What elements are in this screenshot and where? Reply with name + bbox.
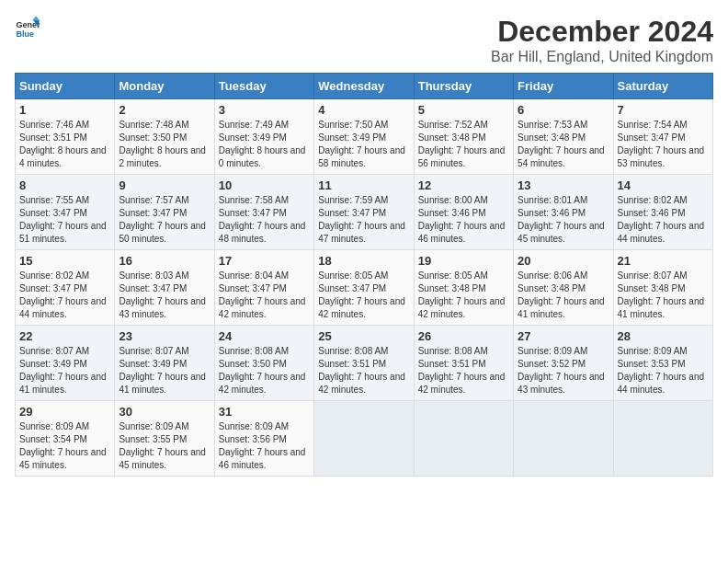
day-detail: Sunrise: 7:48 AMSunset: 3:50 PMDaylight:… <box>119 120 206 168</box>
day-number: 4 <box>318 103 409 117</box>
day-number: 5 <box>418 103 509 117</box>
calendar-cell: 11Sunrise: 7:59 AMSunset: 3:47 PMDayligh… <box>314 175 414 250</box>
day-detail: Sunrise: 8:09 AMSunset: 3:56 PMDaylight:… <box>219 421 306 470</box>
day-number: 17 <box>219 254 310 268</box>
day-number: 6 <box>518 103 609 117</box>
day-detail: Sunrise: 8:03 AMSunset: 3:47 PMDaylight:… <box>119 270 206 319</box>
week-row-5: 29Sunrise: 8:09 AMSunset: 3:54 PMDayligh… <box>16 401 713 477</box>
calendar-cell <box>514 401 613 477</box>
day-detail: Sunrise: 8:01 AMSunset: 3:46 PMDaylight:… <box>518 195 605 244</box>
calendar-cell: 12Sunrise: 8:00 AMSunset: 3:46 PMDayligh… <box>414 175 513 250</box>
calendar-cell: 18Sunrise: 8:05 AMSunset: 3:47 PMDayligh… <box>314 250 414 326</box>
day-number: 18 <box>318 254 409 268</box>
day-detail: Sunrise: 8:09 AMSunset: 3:52 PMDaylight:… <box>518 346 605 395</box>
col-header-wednesday: Wednesday <box>314 74 414 99</box>
day-number: 13 <box>518 178 609 192</box>
day-detail: Sunrise: 8:05 AMSunset: 3:47 PMDaylight:… <box>318 270 405 319</box>
day-number: 24 <box>219 329 310 343</box>
day-number: 30 <box>119 405 210 419</box>
calendar-cell: 27Sunrise: 8:09 AMSunset: 3:52 PMDayligh… <box>514 326 613 401</box>
day-number: 27 <box>518 329 609 343</box>
day-number: 16 <box>119 254 210 268</box>
day-detail: Sunrise: 8:06 AMSunset: 3:48 PMDaylight:… <box>518 270 605 319</box>
day-number: 10 <box>219 178 310 192</box>
day-detail: Sunrise: 8:08 AMSunset: 3:51 PMDaylight:… <box>318 346 405 395</box>
calendar-cell: 25Sunrise: 8:08 AMSunset: 3:51 PMDayligh… <box>314 326 414 401</box>
day-number: 2 <box>119 103 210 117</box>
calendar-cell: 3Sunrise: 7:49 AMSunset: 3:49 PMDaylight… <box>214 99 313 175</box>
day-number: 26 <box>418 329 509 343</box>
day-detail: Sunrise: 8:05 AMSunset: 3:48 PMDaylight:… <box>418 270 506 319</box>
calendar-cell: 8Sunrise: 7:55 AMSunset: 3:47 PMDaylight… <box>16 175 115 250</box>
day-detail: Sunrise: 7:57 AMSunset: 3:47 PMDaylight:… <box>119 195 206 244</box>
day-number: 19 <box>418 254 509 268</box>
week-row-1: 1Sunrise: 7:46 AMSunset: 3:51 PMDaylight… <box>16 99 713 175</box>
day-number: 1 <box>19 103 110 117</box>
calendar-cell: 23Sunrise: 8:07 AMSunset: 3:49 PMDayligh… <box>115 326 214 401</box>
day-detail: Sunrise: 8:09 AMSunset: 3:55 PMDaylight:… <box>119 421 206 470</box>
col-header-friday: Friday <box>514 74 613 99</box>
calendar-cell: 29Sunrise: 8:09 AMSunset: 3:54 PMDayligh… <box>16 401 115 477</box>
week-row-3: 15Sunrise: 8:02 AMSunset: 3:47 PMDayligh… <box>16 250 713 326</box>
calendar-cell <box>613 401 712 477</box>
day-detail: Sunrise: 7:53 AMSunset: 3:48 PMDaylight:… <box>518 120 605 168</box>
calendar-cell: 17Sunrise: 8:04 AMSunset: 3:47 PMDayligh… <box>214 250 313 326</box>
calendar-cell <box>414 401 513 477</box>
calendar-cell: 19Sunrise: 8:05 AMSunset: 3:48 PMDayligh… <box>414 250 513 326</box>
calendar-cell: 16Sunrise: 8:03 AMSunset: 3:47 PMDayligh… <box>115 250 214 326</box>
day-detail: Sunrise: 8:07 AMSunset: 3:49 PMDaylight:… <box>119 346 206 395</box>
calendar-table: SundayMondayTuesdayWednesdayThursdayFrid… <box>15 73 713 477</box>
logo: General Blue <box>15 15 40 40</box>
calendar-cell: 28Sunrise: 8:09 AMSunset: 3:53 PMDayligh… <box>613 326 712 401</box>
calendar-cell <box>314 401 414 477</box>
calendar-cell: 22Sunrise: 8:07 AMSunset: 3:49 PMDayligh… <box>16 326 115 401</box>
day-number: 12 <box>418 178 509 192</box>
calendar-cell: 21Sunrise: 8:07 AMSunset: 3:48 PMDayligh… <box>613 250 712 326</box>
calendar-cell: 6Sunrise: 7:53 AMSunset: 3:48 PMDaylight… <box>514 99 613 175</box>
day-detail: Sunrise: 8:02 AMSunset: 3:47 PMDaylight:… <box>19 270 107 319</box>
day-number: 8 <box>19 178 110 192</box>
col-header-sunday: Sunday <box>16 74 115 99</box>
week-row-4: 22Sunrise: 8:07 AMSunset: 3:49 PMDayligh… <box>16 326 713 401</box>
day-number: 29 <box>19 405 110 419</box>
calendar-cell: 14Sunrise: 8:02 AMSunset: 3:46 PMDayligh… <box>613 175 712 250</box>
calendar-cell: 10Sunrise: 7:58 AMSunset: 3:47 PMDayligh… <box>214 175 313 250</box>
svg-marker-3 <box>33 16 40 19</box>
calendar-cell: 4Sunrise: 7:50 AMSunset: 3:49 PMDaylight… <box>314 99 414 175</box>
day-number: 21 <box>618 254 709 268</box>
calendar-cell: 13Sunrise: 8:01 AMSunset: 3:46 PMDayligh… <box>514 175 613 250</box>
day-number: 23 <box>119 329 210 343</box>
calendar-cell: 15Sunrise: 8:02 AMSunset: 3:47 PMDayligh… <box>16 250 115 326</box>
day-detail: Sunrise: 7:59 AMSunset: 3:47 PMDaylight:… <box>318 195 405 244</box>
day-number: 11 <box>318 178 409 192</box>
day-number: 9 <box>119 178 210 192</box>
col-header-thursday: Thursday <box>414 74 513 99</box>
calendar-cell: 2Sunrise: 7:48 AMSunset: 3:50 PMDaylight… <box>115 99 214 175</box>
day-number: 31 <box>219 405 310 419</box>
calendar-cell: 30Sunrise: 8:09 AMSunset: 3:55 PMDayligh… <box>115 401 214 477</box>
day-detail: Sunrise: 8:07 AMSunset: 3:48 PMDaylight:… <box>618 270 705 319</box>
day-number: 25 <box>318 329 409 343</box>
calendar-cell: 24Sunrise: 8:08 AMSunset: 3:50 PMDayligh… <box>214 326 313 401</box>
day-detail: Sunrise: 7:55 AMSunset: 3:47 PMDaylight:… <box>19 195 107 244</box>
day-detail: Sunrise: 8:08 AMSunset: 3:51 PMDaylight:… <box>418 346 506 395</box>
day-detail: Sunrise: 7:58 AMSunset: 3:47 PMDaylight:… <box>219 195 306 244</box>
day-detail: Sunrise: 8:04 AMSunset: 3:47 PMDaylight:… <box>219 270 306 319</box>
calendar-cell: 26Sunrise: 8:08 AMSunset: 3:51 PMDayligh… <box>414 326 513 401</box>
day-detail: Sunrise: 8:00 AMSunset: 3:46 PMDaylight:… <box>418 195 506 244</box>
day-number: 22 <box>19 329 110 343</box>
calendar-cell: 20Sunrise: 8:06 AMSunset: 3:48 PMDayligh… <box>514 250 613 326</box>
day-detail: Sunrise: 7:52 AMSunset: 3:48 PMDaylight:… <box>418 120 506 168</box>
main-title: December 2024 <box>491 15 713 49</box>
subtitle: Bar Hill, England, United Kingdom <box>491 49 713 65</box>
col-header-monday: Monday <box>115 74 214 99</box>
day-number: 7 <box>618 103 709 117</box>
calendar-cell: 31Sunrise: 8:09 AMSunset: 3:56 PMDayligh… <box>214 401 313 477</box>
calendar-cell: 1Sunrise: 7:46 AMSunset: 3:51 PMDaylight… <box>16 99 115 175</box>
day-number: 14 <box>618 178 709 192</box>
svg-text:Blue: Blue <box>16 29 34 39</box>
day-detail: Sunrise: 7:49 AMSunset: 3:49 PMDaylight:… <box>219 120 306 168</box>
day-detail: Sunrise: 7:54 AMSunset: 3:47 PMDaylight:… <box>618 120 705 168</box>
day-detail: Sunrise: 8:09 AMSunset: 3:53 PMDaylight:… <box>618 346 705 395</box>
header-row: SundayMondayTuesdayWednesdayThursdayFrid… <box>16 74 713 99</box>
